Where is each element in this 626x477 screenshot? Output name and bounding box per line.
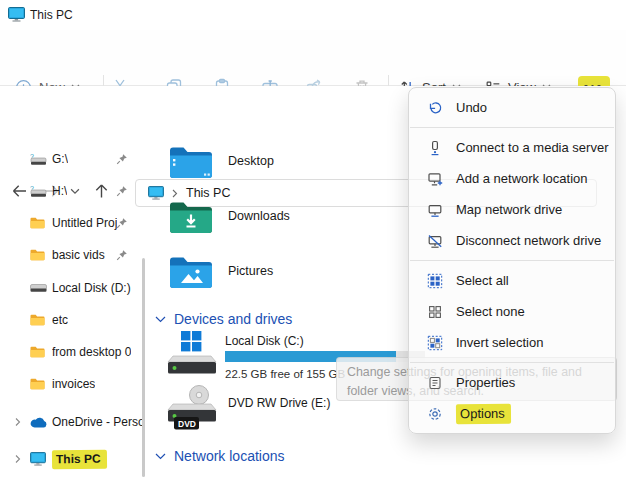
breadcrumb[interactable]: This PC bbox=[186, 186, 230, 200]
file-explorer-window: This PC New bbox=[0, 0, 626, 477]
window-title: This PC bbox=[30, 8, 73, 22]
chevron-right-icon[interactable] bbox=[15, 454, 21, 464]
this-pc-icon bbox=[30, 452, 46, 466]
see-more-menu: Undo Connect to a media server Add a net… bbox=[408, 87, 616, 434]
menu-item-label: Select all bbox=[456, 273, 509, 288]
menu-item-invert-selection[interactable]: Invert selection bbox=[413, 327, 611, 358]
section-header-network-locations[interactable]: Network locations bbox=[155, 448, 285, 464]
section-header-devices-and-drives[interactable]: Devices and drives bbox=[155, 311, 292, 327]
sidebar-item-this-pc[interactable]: This PC bbox=[0, 446, 150, 472]
menu-item-label: Select none bbox=[456, 304, 525, 319]
menu-item-label: Connect to a media server bbox=[456, 140, 608, 155]
title-bar: This PC bbox=[0, 0, 626, 30]
pictures-folder-icon bbox=[168, 254, 214, 291]
menu-item-label: Map network drive bbox=[456, 202, 562, 217]
section-title: Network locations bbox=[174, 448, 285, 464]
menu-separator bbox=[410, 260, 614, 261]
gear-icon bbox=[427, 406, 443, 422]
folder-icon bbox=[30, 346, 45, 358]
this-pc-icon bbox=[8, 7, 25, 22]
sidebar-item-label: G:\ bbox=[52, 152, 68, 166]
drive-name: DVD RW Drive (E:) bbox=[228, 396, 330, 410]
sidebar-item-onedrive[interactable]: OneDrive - Perso bbox=[0, 409, 150, 435]
sidebar-item-from-desktop[interactable]: from desktop 0 bbox=[0, 339, 150, 365]
sidebar-item-invoices[interactable]: invoices bbox=[0, 371, 150, 397]
sidebar-item-label: Untitled Proj bbox=[52, 216, 117, 230]
menu-item-connect-media-server[interactable]: Connect to a media server bbox=[413, 132, 611, 163]
menu-item-select-none[interactable]: Select none bbox=[413, 296, 611, 327]
menu-item-label: Disconnect network drive bbox=[456, 233, 601, 248]
network-drive-icon: ? bbox=[30, 185, 47, 198]
sidebar-scrollbar[interactable] bbox=[142, 258, 145, 477]
folder-icon bbox=[30, 249, 45, 261]
item-label: Desktop bbox=[228, 154, 274, 168]
sidebar-item-local-disk-d[interactable]: Local Disk (D:) bbox=[0, 275, 150, 301]
map-network-drive-icon bbox=[427, 202, 443, 218]
undo-icon bbox=[427, 100, 443, 116]
menu-separator bbox=[410, 362, 614, 363]
menu-item-label: Add a network location bbox=[456, 171, 588, 186]
folder-icon bbox=[30, 378, 45, 390]
menu-item-add-network-location[interactable]: Add a network location bbox=[413, 163, 611, 194]
desktop-folder-icon bbox=[168, 144, 214, 181]
menu-item-select-all[interactable]: Select all bbox=[413, 265, 611, 296]
chevron-down-icon bbox=[155, 453, 166, 460]
sidebar-item-etc[interactable]: etc bbox=[0, 307, 150, 333]
menu-item-options[interactable]: Options bbox=[413, 398, 611, 429]
sidebar-item-label: This PC bbox=[52, 449, 107, 469]
menu-item-label: Options bbox=[456, 403, 511, 424]
sidebar-item-label: OneDrive - Perso bbox=[52, 415, 144, 429]
sidebar-item-basic-vids[interactable]: basic vids bbox=[0, 242, 150, 268]
drive-name: Local Disk (C:) bbox=[225, 334, 304, 348]
folder-icon bbox=[30, 314, 45, 326]
menu-item-disconnect-network-drive[interactable]: Disconnect network drive bbox=[413, 225, 611, 256]
pin-icon bbox=[116, 249, 128, 261]
pin-icon bbox=[116, 185, 128, 197]
chevron-down-icon bbox=[155, 316, 166, 323]
sidebar-item-h-drive[interactable]: ? H:\ bbox=[0, 178, 150, 204]
item-label: Pictures bbox=[228, 264, 273, 278]
drive-icon bbox=[30, 283, 47, 293]
menu-item-label: Invert selection bbox=[456, 335, 543, 350]
menu-item-properties[interactable]: Properties bbox=[413, 367, 611, 398]
menu-item-undo[interactable]: Undo bbox=[413, 92, 611, 123]
sidebar-item-label: basic vids bbox=[52, 248, 105, 262]
command-bar: New Sort bbox=[0, 30, 626, 86]
menu-item-label: Properties bbox=[456, 375, 515, 390]
sidebar-item-label: invoices bbox=[52, 377, 95, 391]
menu-item-label: Undo bbox=[456, 100, 487, 115]
this-pc-icon bbox=[148, 186, 164, 200]
disk-free-space: 22.5 GB free of 155 GB bbox=[225, 368, 345, 380]
select-none-icon bbox=[427, 304, 443, 320]
onedrive-cloud-icon bbox=[30, 417, 48, 428]
add-network-location-icon bbox=[427, 171, 443, 187]
select-all-icon bbox=[427, 273, 443, 289]
downloads-folder-icon bbox=[168, 199, 214, 236]
folder-icon bbox=[30, 217, 45, 229]
invert-selection-icon bbox=[427, 335, 443, 351]
sidebar-item-label: etc bbox=[52, 313, 68, 327]
sidebar-item-label: from desktop 0 bbox=[52, 345, 131, 359]
media-server-icon bbox=[427, 140, 443, 156]
item-label: Downloads bbox=[228, 209, 290, 223]
menu-separator bbox=[410, 127, 614, 128]
pin-icon bbox=[116, 153, 128, 165]
local-disk-icon bbox=[166, 330, 218, 376]
dvd-badge: DVD bbox=[178, 419, 196, 429]
sidebar-item-label: H:\ bbox=[52, 184, 67, 198]
network-drive-icon: ? bbox=[30, 153, 47, 166]
properties-icon bbox=[427, 375, 443, 391]
menu-item-map-network-drive[interactable]: Map network drive bbox=[413, 194, 611, 225]
sidebar-item-label: Local Disk (D:) bbox=[52, 281, 131, 295]
sidebar-item-g-drive[interactable]: ? G:\ bbox=[0, 146, 150, 172]
breadcrumb-chevron-icon bbox=[172, 189, 178, 198]
chevron-right-icon[interactable] bbox=[15, 417, 21, 427]
pin-icon bbox=[116, 217, 128, 229]
sidebar-item-untitled-proj[interactable]: Untitled Proj bbox=[0, 210, 150, 236]
disconnect-network-drive-icon bbox=[427, 233, 443, 249]
section-title: Devices and drives bbox=[174, 311, 292, 327]
